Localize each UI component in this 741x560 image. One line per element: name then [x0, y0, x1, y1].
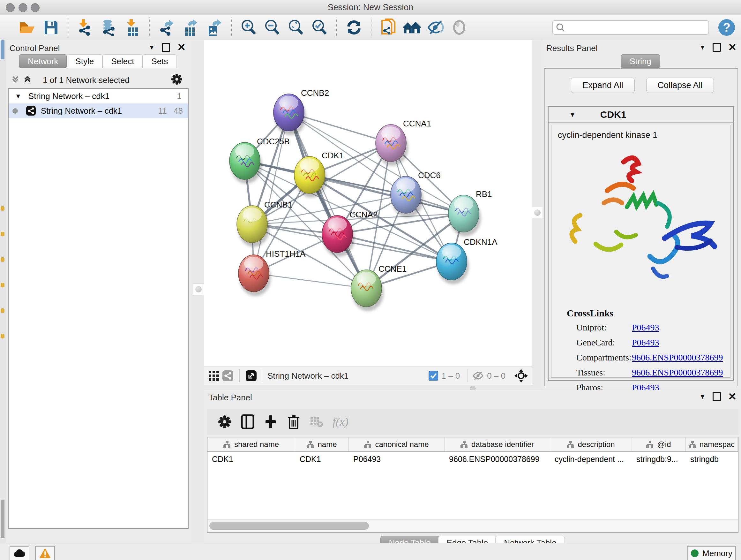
table-panel-close-icon[interactable]: ✕ [728, 393, 737, 400]
refresh-icon[interactable] [345, 19, 362, 36]
selected-checkbox-icon[interactable] [428, 371, 438, 381]
column-header-database-identifier[interactable]: database identifier [445, 437, 550, 451]
node-label-CCNB2: CCNB2 [301, 88, 329, 98]
search-icon [556, 23, 565, 32]
results-panel-float-icon[interactable] [713, 43, 721, 52]
fit-content-crosshair-icon[interactable] [515, 369, 528, 382]
memory-button[interactable]: Memory [687, 546, 736, 560]
node-CCNB2[interactable]: CCNB2 [273, 88, 329, 135]
column-header-shared-name[interactable]: shared name [207, 437, 295, 451]
results-panel-title: Results Panel [546, 44, 597, 53]
add-column-icon[interactable] [262, 413, 279, 430]
save-session-icon[interactable] [42, 19, 59, 36]
column-header-namespac[interactable]: namespac [686, 437, 738, 451]
hidden-eye-icon[interactable] [472, 371, 484, 381]
crosslink-link[interactable]: P06493 [632, 337, 659, 348]
open-session-icon[interactable] [18, 19, 36, 36]
control-panel-menu-icon[interactable]: ▼ [148, 44, 155, 51]
node-CCNE1[interactable]: CCNE1 [351, 264, 407, 311]
right-splitter-handle[interactable] [532, 207, 543, 219]
warnings-button[interactable] [35, 546, 55, 560]
node-CCNA1[interactable]: CCNA1 [376, 119, 431, 166]
string-home-icon[interactable] [403, 19, 421, 36]
import-network-from-database-icon[interactable] [100, 19, 118, 36]
network-canvas[interactable]: CCNB2CCNA1CDC25BCDK1CDC6RB1CCNB1CCNA2CDK… [204, 40, 532, 367]
node-HIST1H1A[interactable]: HIST1H1A [239, 249, 306, 296]
node-CDKN1A[interactable]: CDKN1A [436, 237, 497, 284]
left-splitter-handle[interactable] [193, 284, 204, 295]
hierarchy-icon [646, 441, 654, 448]
svg-text:?: ? [723, 21, 730, 34]
zoom-fit-icon[interactable] [287, 19, 305, 36]
delete-column-icon[interactable] [285, 413, 302, 430]
crosslink-link[interactable]: 9606.ENSP00000378699 [632, 353, 723, 363]
node-label-CDC6: CDC6 [418, 171, 441, 180]
cell[interactable]: 9606.ENSP00000378699 [445, 452, 550, 466]
table-settings-gear-icon[interactable] [216, 413, 233, 430]
import-table-icon[interactable] [124, 19, 141, 36]
scrollbar-thumb[interactable] [209, 522, 369, 530]
network-share-icon[interactable] [221, 367, 234, 384]
show-all-icon[interactable] [451, 19, 468, 36]
cloud-status-button[interactable] [10, 546, 29, 560]
open-in-new-window-icon[interactable] [245, 367, 258, 384]
network-options-gear-icon[interactable] [171, 73, 183, 85]
cell[interactable]: stringdb:9... [632, 452, 686, 466]
cell[interactable]: P06493 [349, 452, 445, 466]
tab-style[interactable]: Style [67, 54, 103, 68]
function-builder-icon-disabled: f(x) [333, 415, 348, 428]
table-panel-float-icon[interactable] [713, 392, 721, 401]
tab-string[interactable]: String [621, 54, 660, 68]
export-network-icon[interactable] [158, 19, 176, 36]
table-horizontal-scrollbar[interactable] [207, 519, 738, 532]
control-panel-float-icon[interactable] [162, 43, 170, 52]
results-panel-close-icon[interactable]: ✕ [728, 44, 737, 51]
toolbar-separator [68, 17, 68, 37]
entry-collapse-icon[interactable]: ▼ [569, 111, 576, 119]
zoom-selected-icon[interactable] [311, 19, 328, 36]
search-input[interactable] [552, 20, 709, 35]
status-bar: Memory [0, 543, 741, 560]
crosslink-link[interactable]: P06493 [632, 322, 659, 333]
results-panel-menu-icon[interactable]: ▼ [699, 44, 705, 51]
expand-all-button[interactable]: Expand All [571, 78, 635, 93]
network-collection-row[interactable]: ▼ String Network – cdk1 1 [9, 89, 188, 104]
tab-network[interactable]: Network [19, 54, 67, 68]
import-network-icon[interactable] [77, 19, 94, 36]
zoom-in-icon[interactable] [240, 19, 257, 36]
column-header-description[interactable]: description [550, 437, 632, 451]
node-CDC6[interactable]: CDC6 [391, 171, 441, 217]
node-result-header[interactable]: ▼ CDK1 [549, 107, 733, 123]
cell[interactable]: cyclin-dependent ... [550, 452, 632, 466]
hide-unselected-icon[interactable] [427, 19, 444, 36]
node-CCNB1[interactable]: CCNB1 [237, 200, 292, 247]
collapse-all-button[interactable]: Collapse All [646, 78, 714, 93]
help-icon[interactable]: ? [718, 19, 735, 36]
birds-eye-grid-icon[interactable] [207, 367, 220, 384]
tab-select[interactable]: Select [103, 54, 143, 68]
table-panel-menu-icon[interactable]: ▼ [699, 393, 705, 400]
column-header--id[interactable]: @id [632, 437, 686, 451]
table-row[interactable]: CDK1CDK1P064939606.ENSP00000378699cyclin… [207, 452, 738, 466]
show-columns-icon[interactable] [239, 413, 256, 430]
tab-sets[interactable]: Sets [143, 54, 177, 68]
control-panel-close-icon[interactable]: ✕ [177, 44, 186, 51]
export-table-icon[interactable] [182, 19, 199, 36]
collection-expand-icon[interactable]: ▼ [15, 92, 21, 100]
table-panel: Table Panel ▼ ✕ f(x) shared n [204, 390, 741, 543]
crosslink-link[interactable]: 9606.ENSP00000378699 [632, 368, 723, 378]
zoom-out-icon[interactable] [264, 19, 281, 36]
string-import-icon[interactable] [380, 19, 397, 36]
cell[interactable]: stringdb [686, 452, 738, 466]
node-RB1[interactable]: RB1 [448, 189, 492, 236]
column-header-canonical-name[interactable]: canonical name [349, 437, 445, 451]
network-current-dot-icon [12, 108, 18, 114]
crosslink-label: GeneCard: [576, 337, 615, 348]
edge-CCNB2-CCNE1[interactable] [289, 112, 366, 288]
crosslink-label: Compartments: [576, 353, 631, 363]
cell[interactable]: CDK1 [207, 452, 295, 466]
network-row[interactable]: String Network – cdk1 11 48 [9, 104, 188, 118]
export-image-icon[interactable] [205, 19, 223, 36]
column-header-name[interactable]: name [295, 437, 349, 451]
cell[interactable]: CDK1 [295, 452, 349, 466]
